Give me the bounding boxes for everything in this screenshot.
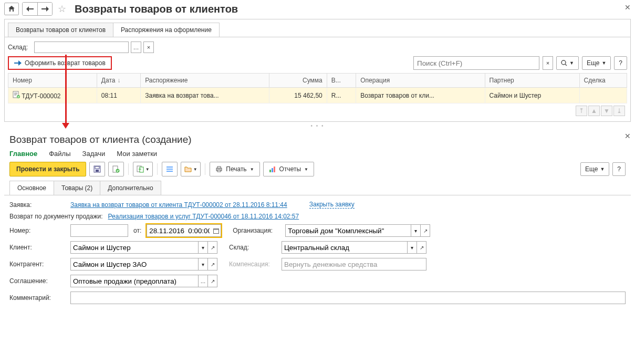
col-operation[interactable]: Операция	[356, 74, 485, 88]
close-request-link[interactable]: Закрыть заявку	[309, 201, 355, 209]
date-input[interactable]	[147, 224, 212, 237]
table-row[interactable]: ТДУТ-000002 08:11 Заявка на возврат това…	[8, 88, 627, 103]
pager-first[interactable]: ⤒	[576, 106, 587, 116]
save-close-button[interactable]: Провести и закрыть	[9, 162, 86, 176]
tab-goods[interactable]: Товары (2)	[54, 181, 100, 195]
calendar-button[interactable]	[212, 224, 221, 237]
col-number[interactable]: Номер	[8, 74, 97, 88]
list-icon	[166, 165, 173, 173]
svg-line-1	[565, 64, 567, 66]
section-notes[interactable]: Мои заметки	[117, 150, 157, 158]
form-help-button[interactable]: ?	[612, 162, 626, 176]
agree-input[interactable]	[70, 275, 199, 287]
search-input[interactable]	[413, 56, 539, 70]
tab-returns[interactable]: Возвраты товаров от клиентов	[8, 23, 113, 37]
section-main[interactable]: Главное	[9, 150, 37, 158]
search-button[interactable]: ▼	[556, 56, 579, 70]
form-more-button[interactable]: Еще ▼	[580, 162, 609, 176]
org-input[interactable]	[285, 224, 411, 237]
splitter[interactable]: • • •	[0, 122, 635, 130]
sklad-dropdown[interactable]: ▾	[408, 241, 417, 254]
comment-label: Комментарий:	[9, 294, 67, 301]
home-button[interactable]	[4, 3, 19, 15]
return-form-panel: ✕ Возврат товаров от клиента (создание) …	[4, 130, 631, 310]
return-doc-link[interactable]: Реализация товаров и услуг ТДУТ-000046 о…	[108, 213, 299, 220]
sklad-label: Склад:	[8, 44, 32, 51]
pager-last[interactable]: ⤓	[613, 106, 625, 116]
reports-button[interactable]: Отчеты ▼	[263, 162, 314, 176]
client-open[interactable]: ↗	[208, 241, 217, 254]
org-open[interactable]: ↗	[421, 224, 430, 237]
contr-open[interactable]: ↗	[208, 258, 217, 271]
save-button[interactable]	[89, 162, 105, 176]
close-button[interactable]: ✕	[624, 3, 631, 12]
page-title: Возвраты товаров от клиентов	[75, 3, 238, 15]
agree-open[interactable]: ↗	[208, 275, 217, 287]
client-dropdown[interactable]: ▾	[199, 241, 208, 254]
folder-icon	[184, 165, 192, 173]
more-button[interactable]: Еще ▼	[582, 56, 611, 70]
home-icon	[8, 5, 15, 13]
chevron-down-icon: ▼	[250, 167, 254, 172]
agree-select[interactable]: …	[199, 275, 208, 287]
orders-panel: Возвраты товаров от клиентов Распоряжени…	[4, 19, 631, 122]
svg-rect-12	[166, 169, 173, 170]
post-icon	[112, 165, 120, 173]
close-form-button[interactable]: ✕	[624, 132, 631, 140]
svg-rect-5	[95, 167, 99, 169]
tab-extra[interactable]: Дополнительно	[100, 181, 161, 195]
form-sklad-input[interactable]	[282, 241, 408, 254]
pager-next[interactable]: ▼	[601, 106, 612, 116]
svg-rect-19	[274, 167, 275, 172]
contr-dropdown[interactable]: ▾	[199, 258, 208, 271]
sklad-select-button[interactable]: …	[131, 41, 141, 53]
structure-button[interactable]	[162, 162, 178, 176]
contr-input[interactable]	[70, 258, 199, 271]
section-files[interactable]: Файлы	[49, 150, 70, 158]
col-currency[interactable]: В...	[327, 74, 356, 88]
client-input[interactable]	[70, 241, 199, 254]
attach-button[interactable]: ▼	[181, 162, 201, 176]
sort-down-icon: ↓	[117, 77, 120, 84]
arrow-left-icon	[26, 6, 34, 12]
post-button[interactable]	[108, 162, 124, 176]
back-button[interactable]	[23, 3, 37, 15]
print-button[interactable]: Печать ▼	[210, 162, 259, 176]
contr-label: Контрагент:	[9, 261, 67, 268]
from-label: от:	[133, 227, 141, 234]
tab-orders[interactable]: Распоряжения на оформление	[113, 23, 220, 37]
sklad-open[interactable]: ↗	[417, 241, 426, 254]
comment-input[interactable]	[70, 292, 626, 304]
chevron-down-icon: ▼	[569, 60, 574, 66]
create-return-label: Оформить возврат товаров	[25, 59, 106, 67]
col-deal[interactable]: Сделка	[579, 74, 627, 88]
favorite-button[interactable]: ☆	[56, 3, 68, 15]
sklad-input[interactable]	[34, 41, 129, 53]
request-link[interactable]: Заявка на возврат товаров от клиента ТДУ…	[70, 201, 287, 209]
section-tasks[interactable]: Задачи	[82, 150, 106, 158]
create-return-button[interactable]: Оформить возврат товаров	[8, 56, 112, 70]
number-input[interactable]	[70, 224, 128, 237]
org-dropdown[interactable]: ▾	[411, 224, 421, 237]
help-button[interactable]: ?	[614, 56, 627, 70]
printer-icon	[215, 165, 223, 173]
col-partner[interactable]: Партнер	[485, 74, 579, 88]
calendar-icon	[213, 228, 219, 234]
col-order[interactable]: Распоряжение	[141, 74, 269, 88]
search-clear-button[interactable]: ×	[543, 56, 553, 70]
request-label: Заявка:	[9, 201, 67, 209]
svg-rect-21	[214, 228, 219, 230]
col-date[interactable]: Дата↓	[97, 74, 140, 88]
create-based-button[interactable]: ▼	[133, 162, 153, 176]
svg-rect-17	[269, 170, 271, 172]
forward-button[interactable]	[37, 3, 52, 15]
sklad-clear-button[interactable]: ×	[143, 41, 154, 53]
chart-icon	[269, 165, 276, 173]
col-sum[interactable]: Сумма	[269, 74, 327, 88]
svg-rect-11	[166, 167, 173, 168]
pager-prev[interactable]: ▲	[588, 106, 600, 116]
tab-main[interactable]: Основное	[9, 181, 54, 195]
star-icon: ☆	[58, 3, 66, 15]
svg-rect-16	[217, 170, 221, 172]
svg-rect-15	[217, 167, 221, 168]
